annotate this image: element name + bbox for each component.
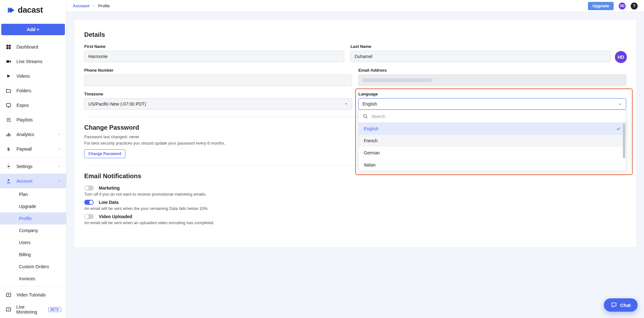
sidebar-item-label: Video Tutorials bbox=[16, 292, 46, 297]
sidebar-sub-company[interactable]: Company bbox=[0, 224, 66, 237]
breadcrumb-current: Profile bbox=[98, 3, 110, 8]
sidebar-item-label: Dashboard bbox=[16, 44, 38, 49]
gear-icon bbox=[5, 163, 12, 170]
avatar[interactable]: HD bbox=[619, 3, 626, 10]
playlist-icon bbox=[5, 116, 12, 123]
play-icon bbox=[5, 73, 12, 80]
notification-desc: An email will be sent when an uploaded v… bbox=[84, 220, 626, 225]
phone-label: Phone Number bbox=[84, 68, 352, 73]
breadcrumb-parent[interactable]: Account bbox=[73, 3, 89, 8]
svg-rect-1 bbox=[9, 45, 11, 47]
notification-title: Video Uploaded bbox=[99, 214, 132, 219]
video-tutorial-icon bbox=[5, 291, 12, 298]
sidebar-sub-upgrade[interactable]: Upgrade bbox=[0, 200, 66, 212]
upgrade-button[interactable]: Upgrade bbox=[588, 2, 614, 10]
sidebar-item-dashboard[interactable]: Dashboard bbox=[0, 40, 66, 54]
svg-line-20 bbox=[366, 117, 367, 118]
sidebar-sub-billing[interactable]: Billing bbox=[0, 249, 66, 261]
language-option[interactable]: English bbox=[359, 123, 626, 135]
timezone-label: Timezone bbox=[84, 92, 352, 96]
sidebar-item-label: Paywall bbox=[16, 146, 32, 152]
sidebar-item-livemonitoring[interactable]: Live Monitoring BETA bbox=[0, 302, 66, 317]
language-option[interactable]: Italian bbox=[359, 159, 626, 171]
scrollbar[interactable] bbox=[623, 123, 625, 158]
check-icon bbox=[616, 126, 621, 131]
chevron-right-icon bbox=[92, 4, 96, 8]
beta-badge: BETA bbox=[48, 307, 61, 312]
sidebar-item-label: Videos bbox=[16, 74, 30, 79]
change-password-button[interactable]: Change Password bbox=[84, 149, 125, 158]
sidebar-item-expos[interactable]: Expos bbox=[0, 98, 66, 113]
divider bbox=[0, 158, 66, 158]
sidebar-item-videos[interactable]: Videos bbox=[0, 69, 66, 83]
sidebar-sub-customorders[interactable]: Custom Orders bbox=[0, 261, 66, 273]
svg-point-18 bbox=[8, 309, 9, 310]
sidebar-item-label: Account bbox=[16, 178, 33, 184]
sidebar-item-label: Analytics bbox=[16, 132, 34, 137]
sidebar-item-tutorials[interactable]: Video Tutorials bbox=[0, 288, 66, 302]
language-label: Language bbox=[358, 92, 626, 96]
brand-chevron-icon bbox=[6, 6, 15, 15]
brand-logo[interactable]: dacast bbox=[0, 5, 66, 18]
section-title-notifications: Email Notifications bbox=[84, 172, 626, 180]
svg-rect-0 bbox=[6, 45, 8, 47]
svg-rect-5 bbox=[6, 104, 11, 107]
sidebar-item-livestreams[interactable]: Live Streams bbox=[0, 54, 66, 69]
help-button[interactable]: ? bbox=[631, 3, 638, 10]
language-search[interactable]: Search bbox=[359, 110, 626, 123]
chevron-down-icon bbox=[57, 147, 61, 151]
sidebar-item-label: Settings bbox=[16, 164, 33, 169]
analytics-icon bbox=[5, 131, 12, 138]
notification-toggle[interactable] bbox=[84, 185, 94, 191]
camera-icon bbox=[5, 58, 12, 65]
notification-title: Low Data bbox=[99, 200, 118, 205]
chevron-up-icon bbox=[57, 179, 61, 183]
sidebar-item-playlists[interactable]: Playlists bbox=[0, 113, 66, 127]
chevron-down-icon bbox=[57, 165, 61, 168]
svg-rect-4 bbox=[6, 60, 9, 63]
language-option[interactable]: German bbox=[359, 147, 626, 159]
sidebar-item-label: Folders bbox=[16, 88, 31, 93]
sidebar-sub-invoices[interactable]: Invoices bbox=[0, 273, 66, 285]
topbar: Account Profile Upgrade HD ? bbox=[66, 0, 644, 12]
chat-button[interactable]: Chat bbox=[604, 298, 638, 312]
live-monitor-icon bbox=[5, 306, 12, 313]
first-name-label: First Name bbox=[84, 44, 344, 49]
add-button[interactable]: Add + bbox=[1, 24, 65, 35]
sidebar-sub-users[interactable]: Users bbox=[0, 237, 66, 249]
notification-title: Marketing bbox=[99, 185, 120, 191]
sidebar-item-paywall[interactable]: $ Paywall bbox=[0, 142, 66, 156]
sidebar-sub-profile[interactable]: Profile bbox=[0, 212, 66, 224]
sidebar-sub-plan[interactable]: Plan bbox=[0, 188, 66, 200]
dollar-icon: $ bbox=[5, 146, 12, 153]
notification-desc: Turn off if you do not want to receive p… bbox=[84, 192, 626, 197]
sidebar-item-label: Live Streams bbox=[16, 59, 42, 64]
language-option[interactable]: French bbox=[359, 135, 626, 147]
brand-name: dacast bbox=[18, 5, 43, 15]
sidebar-item-label: Playlists bbox=[16, 117, 33, 122]
svg-rect-3 bbox=[9, 47, 11, 49]
language-select[interactable]: English bbox=[358, 98, 626, 110]
search-placeholder: Search bbox=[371, 114, 385, 119]
sidebar-item-analytics[interactable]: Analytics bbox=[0, 127, 66, 142]
last-name-field[interactable]: Duhamel bbox=[350, 51, 610, 62]
notification-toggle[interactable] bbox=[84, 200, 94, 205]
svg-point-15 bbox=[8, 179, 9, 181]
sidebar-item-account[interactable]: Account bbox=[0, 174, 66, 188]
phone-field[interactable] bbox=[84, 75, 352, 86]
timezone-select[interactable]: US/Pacific-New (-07:00 PDT) bbox=[84, 98, 352, 110]
svg-rect-2 bbox=[6, 47, 8, 49]
email-label: Email Address bbox=[358, 68, 626, 73]
first-name-field[interactable]: Harmonie bbox=[84, 51, 344, 62]
notification-toggle[interactable] bbox=[84, 214, 94, 219]
profile-avatar: HD bbox=[615, 51, 627, 63]
sidebar-item-settings[interactable]: Settings bbox=[0, 159, 66, 174]
caret-down-icon bbox=[344, 102, 348, 106]
sidebar-item-label: Expos bbox=[16, 103, 29, 108]
folder-icon bbox=[5, 87, 12, 94]
person-icon bbox=[5, 178, 12, 185]
chat-label: Chat bbox=[620, 302, 631, 308]
svg-point-19 bbox=[363, 114, 366, 117]
svg-rect-12 bbox=[9, 134, 10, 136]
sidebar-item-folders[interactable]: Folders bbox=[0, 83, 66, 98]
